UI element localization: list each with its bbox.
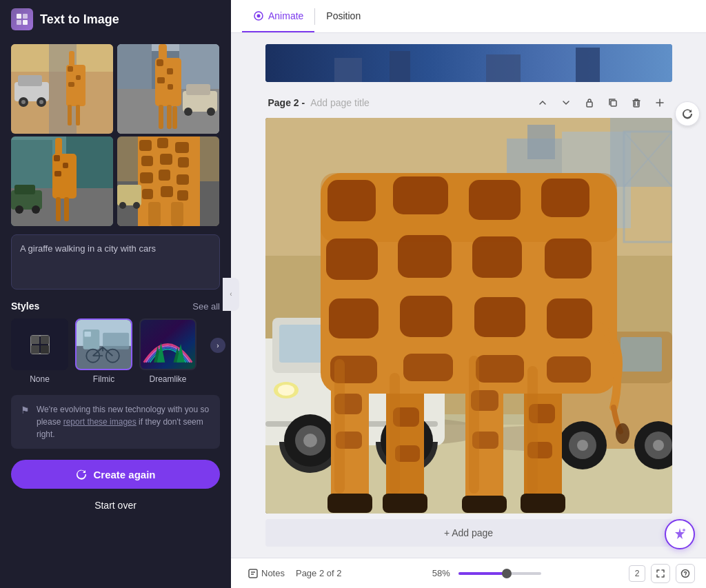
svg-point-130	[278, 385, 294, 396]
svg-rect-65	[142, 189, 153, 199]
svg-rect-77	[41, 345, 49, 354]
svg-rect-40	[11, 140, 52, 188]
svg-rect-18	[68, 105, 72, 125]
svg-rect-188	[249, 569, 257, 578]
svg-point-182	[616, 423, 629, 444]
create-again-button[interactable]: Create again	[11, 460, 220, 489]
svg-rect-30	[168, 84, 173, 90]
svg-rect-96	[265, 44, 672, 82]
svg-rect-161	[541, 179, 589, 217]
main-giraffe-image[interactable]	[265, 118, 672, 514]
svg-rect-103	[334, 58, 362, 82]
style-none-label: None	[30, 374, 50, 384]
style-none[interactable]: None	[11, 318, 68, 384]
notes-button[interactable]: Notes	[242, 565, 290, 582]
svg-rect-13	[18, 75, 42, 86]
svg-rect-46	[54, 171, 61, 176]
svg-rect-152	[327, 494, 372, 513]
svg-rect-47	[56, 197, 61, 221]
chevron-down-icon	[561, 98, 571, 108]
add-page-strip[interactable]: + Add page	[265, 519, 672, 547]
zoom-slider[interactable]	[458, 572, 541, 575]
svg-rect-141	[621, 337, 662, 372]
report-images-link[interactable]: report these images	[63, 417, 137, 427]
svg-rect-167	[400, 296, 452, 337]
page-label: Page 2 -	[268, 97, 305, 108]
app-logo	[11, 8, 33, 30]
grid-image-2[interactable]	[117, 44, 219, 134]
style-filmic[interactable]: Filmic	[75, 318, 132, 384]
magic-icon	[672, 527, 687, 542]
svg-point-192	[685, 575, 685, 576]
top-page-strip	[265, 44, 672, 82]
add-button[interactable]	[650, 93, 669, 112]
svg-rect-163	[398, 235, 452, 278]
bottom-right: 2	[629, 564, 695, 583]
svg-point-37	[207, 108, 215, 116]
prompt-area[interactable]: A giraffe walking in a city with cars	[11, 234, 220, 290]
svg-rect-162	[326, 239, 378, 280]
svg-rect-29	[157, 77, 165, 83]
styles-title: Styles	[11, 301, 39, 312]
svg-rect-50	[14, 185, 35, 194]
fullscreen-button[interactable]	[651, 564, 670, 583]
lock-button[interactable]	[580, 93, 599, 112]
page-title-input[interactable]: Add page title	[310, 97, 370, 108]
move-down-button[interactable]	[556, 93, 576, 112]
styles-next-arrow[interactable]: ›	[210, 338, 225, 353]
grid-image-3[interactable]	[11, 136, 113, 226]
style-dreamlike-thumb	[139, 318, 196, 370]
page-number-badge[interactable]: 2	[629, 565, 645, 582]
page-actions	[533, 93, 669, 112]
svg-rect-107	[587, 102, 592, 107]
refresh-icon	[75, 468, 88, 480]
svg-point-72	[133, 202, 140, 209]
svg-rect-57	[157, 138, 168, 148]
left-panel: Text to Image	[0, 0, 231, 588]
svg-rect-105	[486, 54, 521, 82]
svg-rect-69	[171, 202, 183, 226]
svg-rect-165	[545, 239, 592, 278]
svg-rect-2	[17, 20, 21, 25]
svg-rect-22	[117, 44, 152, 89]
svg-rect-76	[31, 345, 39, 354]
delete-button[interactable]	[627, 93, 646, 112]
notice-box: ⚑ We're evolving this new technology wit…	[11, 395, 220, 449]
style-filmic-label: Filmic	[93, 374, 114, 384]
svg-rect-60	[160, 154, 172, 165]
svg-rect-62	[140, 172, 153, 183]
page-container: Page 2 - Add page title	[265, 88, 672, 547]
svg-rect-185	[469, 356, 479, 494]
tab-position[interactable]: Position	[315, 0, 372, 32]
svg-rect-164	[472, 236, 522, 278]
help-button[interactable]	[676, 564, 695, 583]
svg-rect-58	[175, 142, 189, 153]
duplicate-button[interactable]	[603, 93, 623, 112]
style-dreamlike[interactable]: Dreamlike	[139, 318, 196, 384]
svg-rect-59	[141, 156, 153, 166]
svg-rect-160	[469, 180, 521, 220]
move-up-button[interactable]	[533, 93, 552, 112]
svg-rect-158	[327, 180, 376, 221]
svg-rect-68	[148, 202, 161, 226]
add-icon	[655, 98, 665, 108]
svg-rect-154	[462, 496, 507, 513]
collapse-handle[interactable]: ‹	[223, 278, 239, 311]
svg-rect-186	[527, 366, 538, 494]
tab-animate[interactable]: Animate	[242, 0, 314, 32]
zoom-thumb[interactable]	[502, 569, 512, 578]
see-all-link[interactable]: See all	[192, 301, 220, 312]
notice-text: We're evolving this new technology with …	[37, 403, 210, 440]
prompt-text: A giraffe walking in a city with cars	[20, 242, 211, 256]
magic-button[interactable]	[665, 519, 695, 549]
grid-image-1[interactable]	[11, 44, 113, 134]
svg-rect-82	[103, 333, 129, 349]
grid-image-4[interactable]	[117, 136, 219, 226]
svg-point-52	[32, 205, 40, 214]
svg-rect-184	[390, 373, 400, 494]
top-toolbar: Animate Position	[231, 0, 706, 33]
start-over-button[interactable]: Start over	[11, 493, 220, 518]
svg-rect-56	[139, 140, 152, 151]
panel-header: Text to Image	[0, 0, 231, 39]
refresh-overlay-button[interactable]	[675, 101, 700, 126]
